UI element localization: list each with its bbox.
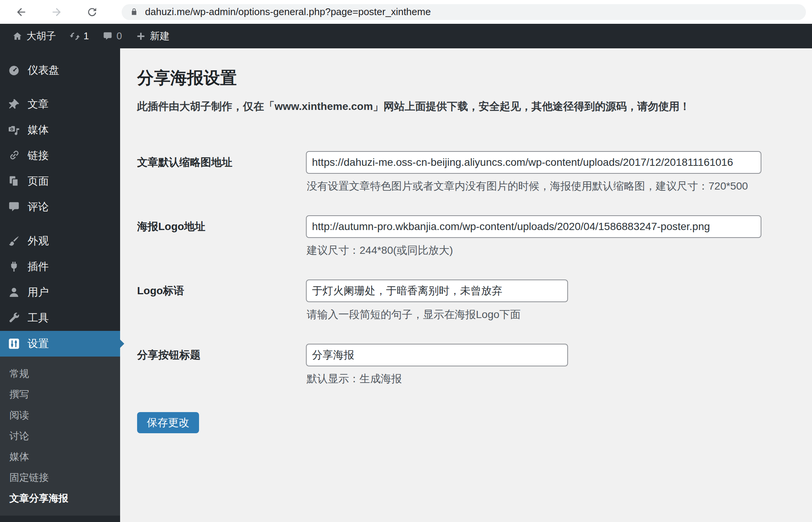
form-row-poster-logo: 海报Logo地址 建议尺寸：244*80(或同比放大) [137,215,797,256]
field-group: 请输入一段简短的句子，显示在海报Logo下面 [306,280,568,320]
admin-bar-site[interactable]: 大胡子 [5,24,63,48]
browser-back-button[interactable] [15,6,27,18]
sidebar-item-label: 链接 [28,148,49,163]
home-icon [12,31,23,42]
sidebar-item-pages[interactable]: 页面 [0,168,120,194]
sidebar-item-label: 文章 [28,97,49,111]
field-group: 默认显示：生成海报 [306,344,568,385]
comment-count: 0 [116,30,122,42]
admin-sidebar: 仪表盘 文章 媒体 [0,48,120,522]
sidebar-item-label: 工具 [28,311,49,325]
brush-icon [8,235,20,247]
form-row-logo-slogan: Logo标语 请输入一段简短的句子，显示在海报Logo下面 [137,280,797,320]
speech-bubble-icon [8,201,20,213]
pushpin-icon [8,98,20,111]
submenu-item-share-poster[interactable]: 文章分享海报 [0,488,120,509]
settings-sliders-icon [8,337,20,350]
field-label: 文章默认缩略图地址 [137,151,306,192]
menu-separator [0,83,120,91]
submenu-item-reading[interactable]: 阅读 [0,405,120,426]
plug-icon [8,260,20,273]
submenu-item-discussion[interactable]: 讨论 [0,426,120,446]
poster-settings-form: 文章默认缩略图地址 没有设置文章特色图片或者文章内没有图片的时候，海报使用默认缩… [137,151,797,433]
update-count: 1 [83,30,89,42]
field-label: Logo标语 [137,280,306,320]
comment-icon [102,31,113,42]
new-label: 新建 [150,29,170,43]
submenu-label: 固定链接 [9,471,49,484]
submenu-label: 常规 [9,367,29,380]
submenu-label: 文章分享海报 [9,492,68,505]
site-name: 大胡子 [26,29,56,43]
submenu-label: 讨论 [9,429,29,443]
sidebar-item-plugins[interactable]: 插件 [0,254,120,280]
page-title: 分享海报设置 [137,68,797,88]
share-button-title-input[interactable] [306,344,568,366]
admin-bar-new[interactable]: 新建 [129,24,176,48]
submenu-label: 撰写 [9,388,29,401]
submenu-item-writing[interactable]: 撰写 [0,384,120,405]
admin-bar-comments[interactable]: 0 [96,24,128,48]
sidebar-item-tools[interactable]: 工具 [0,305,120,331]
field-label: 海报Logo地址 [137,215,306,256]
sidebar-item-label: 设置 [28,337,49,351]
field-help: 没有设置文章特色图片或者文章内没有图片的时候，海报使用默认缩略图，建议尺寸：72… [307,181,761,192]
field-label: 分享按钮标题 [137,344,306,385]
settings-submenu: 常规 撰写 阅读 讨论 媒体 固定链接 文章分享海报 [0,357,120,516]
refresh-icon [86,6,98,18]
sidebar-item-settings[interactable]: 设置 [0,331,120,357]
lock-icon[interactable] [129,7,139,17]
camera-media-icon [8,124,20,136]
dashboard-gauge-icon [8,64,20,77]
sidebar-item-dashboard[interactable]: 仪表盘 [0,57,120,83]
browser-forward-button[interactable] [51,6,63,18]
field-group: 没有设置文章特色图片或者文章内没有图片的时候，海报使用默认缩略图，建议尺寸：72… [306,151,761,192]
field-help: 建议尺寸：244*80(或同比放大) [307,245,761,256]
wrench-icon [8,312,20,324]
submenu-label: 媒体 [9,450,29,463]
sidebar-item-media[interactable]: 媒体 [0,117,120,143]
sidebar-item-label: 外观 [28,234,49,248]
form-row-default-thumbnail: 文章默认缩略图地址 没有设置文章特色图片或者文章内没有图片的时候，海报使用默认缩… [137,151,797,192]
submenu-item-general[interactable]: 常规 [0,363,120,384]
poster-logo-url-input[interactable] [306,215,761,238]
sidebar-item-appearance[interactable]: 外观 [0,228,120,254]
screen: dahuzi.me/wp-admin/options-general.php?p… [0,0,812,522]
sidebar-item-links[interactable]: 链接 [0,143,120,168]
default-thumbnail-url-input[interactable] [306,151,761,174]
admin-menu: 仪表盘 文章 媒体 [0,48,120,516]
plugin-notice: 此插件由大胡子制作，仅在「www.xintheme.com」网站上面提供下载，安… [137,99,797,114]
forward-arrow-icon [51,6,63,18]
plus-icon [136,31,146,42]
settings-page: 分享海报设置 此插件由大胡子制作，仅在「www.xintheme.com」网站上… [120,48,812,522]
browser-toolbar: dahuzi.me/wp-admin/options-general.php?p… [0,0,812,24]
chain-link-icon [8,149,20,162]
layout: 仪表盘 文章 媒体 [0,48,812,522]
field-group: 建议尺寸：244*80(或同比放大) [306,215,761,256]
sidebar-filler [0,516,120,522]
submenu-item-media[interactable]: 媒体 [0,446,120,467]
sidebar-item-label: 评论 [28,200,49,214]
back-arrow-icon [15,6,27,18]
browser-refresh-button[interactable] [86,6,98,18]
submenu-item-permalinks[interactable]: 固定链接 [0,467,120,488]
person-icon [8,286,20,299]
sidebar-item-comments[interactable]: 评论 [0,194,120,220]
url-text: dahuzi.me/wp-admin/options-general.php?p… [145,6,431,18]
address-bar[interactable]: dahuzi.me/wp-admin/options-general.php?p… [122,4,806,20]
admin-bar-updates[interactable]: 1 [63,24,96,48]
submenu-label: 阅读 [9,409,29,422]
sidebar-item-label: 媒体 [28,123,49,137]
sidebar-item-label: 用户 [28,285,49,300]
sidebar-item-posts[interactable]: 文章 [0,91,120,117]
menu-separator [0,220,120,228]
field-help: 默认显示：生成海报 [307,373,568,385]
sidebar-item-users[interactable]: 用户 [0,280,120,305]
form-row-share-button-title: 分享按钮标题 默认显示：生成海报 [137,344,797,385]
sidebar-item-label: 页面 [28,174,49,188]
updates-icon [69,31,80,42]
pages-icon [8,175,20,188]
save-changes-button[interactable]: 保存更改 [137,412,199,433]
sidebar-item-label: 插件 [28,259,49,274]
logo-slogan-input[interactable] [306,280,568,302]
